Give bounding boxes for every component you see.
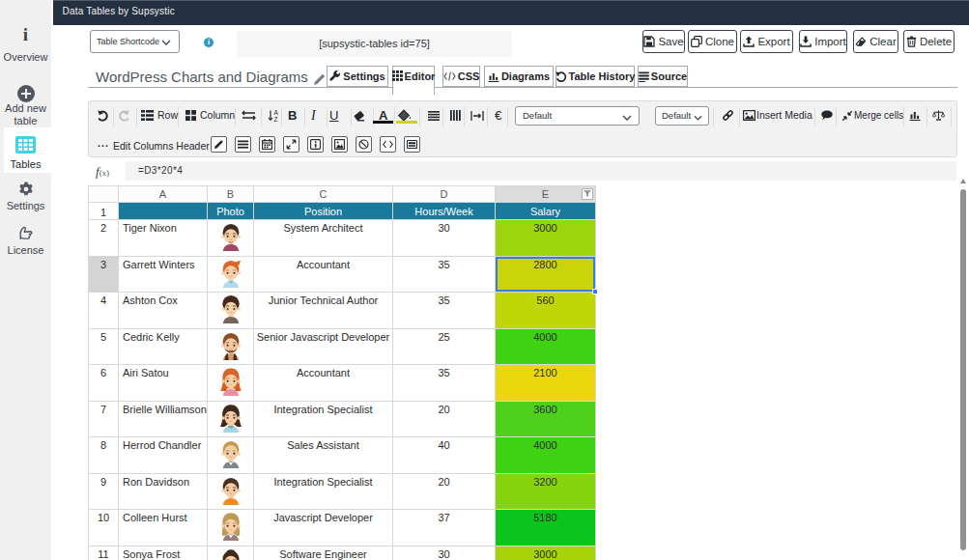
svg-text:Z: Z	[274, 116, 278, 123]
